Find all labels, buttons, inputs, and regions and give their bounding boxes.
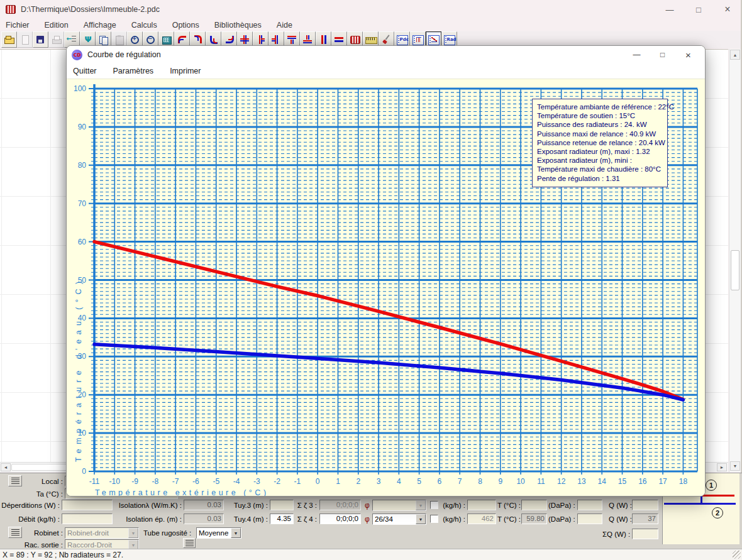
dropdown-arrow-icon[interactable]: ▼ xyxy=(416,514,426,524)
svg-text:-1: -1 xyxy=(294,477,301,486)
t3-field[interactable] xyxy=(521,500,547,510)
window-title: D:\Thermique\Dossiers\Immeuble-2.pdc xyxy=(21,5,160,14)
menu-affichage[interactable]: Affichage xyxy=(84,21,116,30)
dapa3-field[interactable] xyxy=(577,500,602,510)
node-1-badge: 1 xyxy=(706,480,717,491)
return-line-tick xyxy=(700,496,702,503)
svg-text:1: 1 xyxy=(336,477,340,486)
zoom-out-icon xyxy=(145,35,157,45)
svg-text:-3: -3 xyxy=(253,477,260,486)
svg-text:16: 16 xyxy=(638,477,647,486)
robinet-label: Robinet : xyxy=(26,529,63,537)
svg-text:11: 11 xyxy=(537,477,545,486)
save-button[interactable] xyxy=(33,31,48,48)
menu-fichier[interactable]: Fichier xyxy=(6,21,30,30)
sq-field[interactable] xyxy=(632,529,658,539)
kgh4-field[interactable]: 462 xyxy=(467,513,496,524)
new-document-button[interactable] xyxy=(17,31,33,48)
diametre4-dropdown[interactable]: 26/34 ▼ xyxy=(372,513,426,525)
info-line: Puissance maxi de relance : 40.9 kW xyxy=(537,129,663,138)
info-line: Exposant radiateur (m), mini : xyxy=(537,156,663,165)
elbow-bottom-left-icon xyxy=(208,35,219,45)
info-line: Puissance retenue de relance : 20.4 kW xyxy=(537,138,663,147)
dapa4-field[interactable] xyxy=(577,513,602,524)
vertical-scroll-thumb[interactable] xyxy=(731,250,739,290)
svg-text:14: 14 xyxy=(598,477,607,486)
curve-window-icon xyxy=(428,35,440,45)
tee-up-icon xyxy=(302,35,314,45)
tee-down-icon xyxy=(287,35,298,45)
robinet-dropdown: Robinet-droit ▼ xyxy=(65,527,139,539)
zeta3-field: 0;0;0;0 xyxy=(319,500,361,510)
dropdown-arrow-icon: ▼ xyxy=(416,500,426,510)
zoom-in-icon xyxy=(130,35,141,45)
dropdown-arrow-icon: ▼ xyxy=(128,528,138,538)
tee-right-icon xyxy=(255,35,267,45)
tube-rugosite-dropdown[interactable]: Moyenne ▼ xyxy=(196,527,241,539)
menu-options[interactable]: Options xyxy=(172,21,199,30)
zeta4-field[interactable]: 0;0;0;0 xyxy=(319,513,361,524)
phi4-symbol: φ xyxy=(365,515,370,524)
svg-text:-6: -6 xyxy=(192,477,199,486)
scroll-up-button[interactable]: ▲ xyxy=(730,50,740,60)
menu-edition[interactable]: Edition xyxy=(45,21,69,30)
dialog-menu-quitter[interactable]: Quitter xyxy=(73,67,97,75)
resize-grip[interactable] xyxy=(733,551,741,559)
svg-text:-9: -9 xyxy=(131,477,138,486)
kgh4-checkbox[interactable] xyxy=(430,515,438,523)
rad-window-icon: Rad xyxy=(444,35,455,45)
deperditions-field[interactable] xyxy=(62,500,113,510)
kgh3-field[interactable] xyxy=(467,500,496,510)
isolation-lambda-field: 0.03 xyxy=(184,500,224,510)
dialog-title: Courbe de régulation xyxy=(87,50,161,59)
regulation-curve-dialog: CD Courbe de régulation — □ × QuitterPar… xyxy=(66,45,706,497)
main-titlebar: D:\Thermique\Dossiers\Immeuble-2.pdc — □… xyxy=(0,0,742,19)
scroll-left-button[interactable]: ◄ xyxy=(1,463,11,471)
maximize-button[interactable]: □ xyxy=(684,0,713,19)
svg-text:-5: -5 xyxy=(213,477,219,486)
scroll-right-button[interactable]: ► xyxy=(717,463,727,471)
svg-text:3: 3 xyxy=(377,477,381,486)
dialog-close-button[interactable]: × xyxy=(675,46,701,63)
isolation-lambda-label: Isolationλ (W/m.K) : xyxy=(116,502,182,509)
debit-field[interactable] xyxy=(62,513,113,524)
pdc-window-icon: Pdc xyxy=(397,35,408,45)
svg-text:18: 18 xyxy=(679,477,688,486)
pipes-vertical-icon xyxy=(318,35,329,45)
menu-aide[interactable]: Aide xyxy=(277,21,292,30)
local-label: Local : xyxy=(25,478,63,485)
isolation-ep-label: Isolation ép. (m) : xyxy=(116,515,182,523)
table-grid-button[interactable] xyxy=(183,538,196,548)
valve-icon xyxy=(82,35,94,45)
scroll-down-button[interactable]: ▼ xyxy=(730,461,740,471)
menu-bibliotheques[interactable]: Bibliothèques xyxy=(214,21,262,30)
regulation-chart: 0102030405060708090100-11-10-9-8-7-6-5-4… xyxy=(67,79,705,496)
dialog-menu-imprimer[interactable]: Imprimer xyxy=(170,67,201,75)
svg-text:70: 70 xyxy=(78,199,87,208)
q3-label: Q (W) : xyxy=(609,502,629,509)
svg-text:60: 60 xyxy=(78,238,87,246)
close-button[interactable]: × xyxy=(713,0,742,19)
open-file-button[interactable] xyxy=(1,31,17,48)
dialog-menu-parametres[interactable]: Paramètres xyxy=(113,67,154,75)
local-list-button[interactable] xyxy=(8,475,22,486)
minimize-button[interactable]: — xyxy=(655,0,684,19)
elbow-bottom-right-icon xyxy=(224,34,235,45)
dialog-maximize-button[interactable]: □ xyxy=(650,46,675,63)
dropdown-arrow-icon[interactable]: ▼ xyxy=(231,528,241,538)
dialog-minimize-button[interactable]: — xyxy=(624,46,650,63)
tube-rugosite-label: Tube rugosité : xyxy=(143,529,195,537)
print-button[interactable] xyxy=(48,31,64,48)
vertical-scrollbar[interactable]: ▲ ▼ xyxy=(729,49,741,472)
node-2-badge: 2 xyxy=(712,507,723,519)
info-line: Exposant radiateur (m), maxi : 1.32 xyxy=(537,147,663,156)
paint-brush-icon xyxy=(381,35,392,45)
dialog-titlebar: CD Courbe de régulation — □ × xyxy=(67,46,705,63)
svg-text:Température extérieure (°C): Température extérieure (°C) xyxy=(95,488,269,496)
q3-field[interactable] xyxy=(632,500,658,510)
robinet-list-button[interactable] xyxy=(8,527,22,538)
info-line: Température ambiante de référence : 22°C xyxy=(537,102,663,111)
kgh4-label: (kg/h) : xyxy=(440,515,465,523)
kgh3-checkbox[interactable] xyxy=(430,501,438,509)
menu-calculs[interactable]: Calculs xyxy=(131,21,157,30)
